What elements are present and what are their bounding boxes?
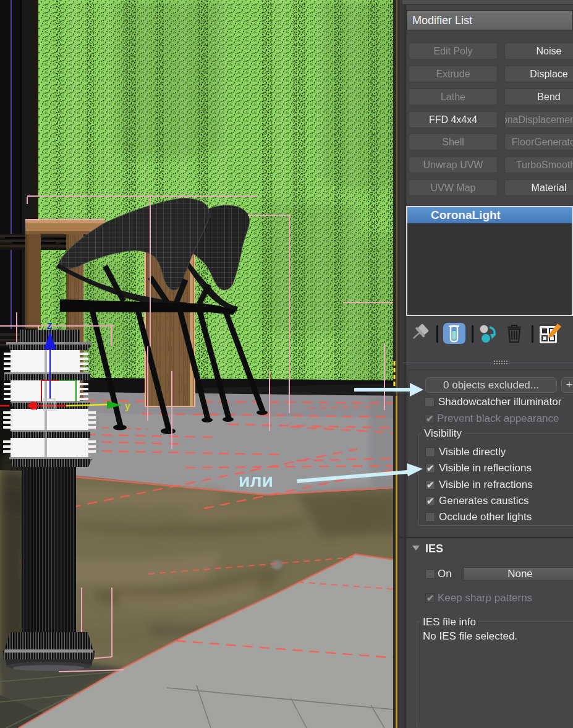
svg-text:или: или xyxy=(239,470,273,490)
